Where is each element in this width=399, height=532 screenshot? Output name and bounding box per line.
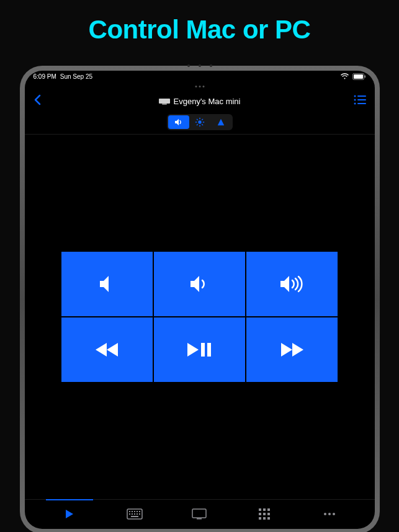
back-button[interactable] xyxy=(34,94,42,109)
svg-rect-30 xyxy=(139,513,140,515)
tablet-screen: 6:09 PM Sun Sep 25 Evgeny's Mac mini xyxy=(25,71,375,529)
svg-rect-19 xyxy=(207,343,211,357)
headline: Control Mac or PC xyxy=(0,0,399,45)
svg-rect-38 xyxy=(263,513,266,515)
speaker-dots xyxy=(187,64,212,67)
svg-rect-23 xyxy=(134,511,135,512)
svg-rect-24 xyxy=(137,511,138,512)
control-grid xyxy=(61,252,338,382)
nav-header: Evgeny's Mac mini xyxy=(25,91,375,112)
svg-rect-31 xyxy=(131,516,138,517)
play-pause-button[interactable] xyxy=(154,317,245,382)
svg-rect-27 xyxy=(132,513,133,515)
svg-line-16 xyxy=(197,125,197,125)
mac-mini-icon xyxy=(159,99,170,104)
multitask-dots xyxy=(195,86,204,87)
svg-rect-40 xyxy=(259,517,261,520)
status-date: Sun Sep 25 xyxy=(60,73,92,80)
tab-apps[interactable] xyxy=(252,505,277,523)
svg-point-5 xyxy=(354,99,356,101)
svg-rect-32 xyxy=(192,509,206,518)
svg-point-7 xyxy=(354,103,356,105)
svg-line-14 xyxy=(197,119,197,120)
rewind-button[interactable] xyxy=(61,317,153,382)
tab-bar xyxy=(25,499,375,529)
svg-rect-8 xyxy=(357,103,366,104)
svg-rect-39 xyxy=(267,513,270,515)
svg-point-9 xyxy=(198,120,201,123)
svg-rect-41 xyxy=(263,517,266,520)
svg-rect-18 xyxy=(201,343,205,357)
list-button[interactable] xyxy=(354,95,366,107)
svg-rect-33 xyxy=(197,518,202,520)
svg-point-45 xyxy=(333,513,335,515)
svg-rect-22 xyxy=(132,511,133,512)
svg-rect-36 xyxy=(267,508,270,511)
battery-icon xyxy=(352,73,366,80)
nav-title: Evgeny's Mac mini xyxy=(159,97,241,106)
status-bar: 6:09 PM Sun Sep 25 xyxy=(25,71,375,82)
svg-rect-29 xyxy=(137,513,138,515)
tab-media[interactable] xyxy=(57,505,82,523)
svg-point-3 xyxy=(354,95,356,97)
mute-button[interactable] xyxy=(61,252,153,316)
svg-line-15 xyxy=(202,125,202,125)
volume-up-button[interactable] xyxy=(246,252,338,316)
wifi-icon xyxy=(341,73,349,79)
svg-rect-28 xyxy=(134,513,135,515)
svg-rect-6 xyxy=(357,99,366,100)
svg-rect-26 xyxy=(129,513,130,515)
svg-point-44 xyxy=(328,513,331,515)
svg-rect-37 xyxy=(259,513,261,515)
main-area xyxy=(25,135,375,499)
svg-rect-2 xyxy=(364,75,365,78)
tab-keyboard[interactable] xyxy=(122,505,147,523)
svg-rect-25 xyxy=(139,511,140,512)
segment-brightness[interactable] xyxy=(189,115,210,129)
device-name: Evgeny's Mac mini xyxy=(174,97,241,106)
segment-navigation[interactable] xyxy=(210,115,231,129)
svg-point-43 xyxy=(324,513,326,515)
tab-screen[interactable] xyxy=(187,505,212,523)
segment-volume[interactable] xyxy=(168,115,189,129)
svg-rect-34 xyxy=(259,508,261,511)
svg-rect-42 xyxy=(267,517,270,520)
segmented-control-wrap xyxy=(25,112,375,135)
svg-line-17 xyxy=(202,119,202,120)
svg-rect-35 xyxy=(263,508,266,511)
tablet-frame: 6:09 PM Sun Sep 25 Evgeny's Mac mini xyxy=(20,66,380,532)
tab-more[interactable] xyxy=(317,505,342,523)
svg-rect-4 xyxy=(357,95,366,97)
svg-rect-1 xyxy=(354,74,363,79)
segmented-control xyxy=(167,114,233,130)
volume-down-button[interactable] xyxy=(154,252,245,316)
svg-rect-21 xyxy=(129,511,130,512)
fast-forward-button[interactable] xyxy=(246,317,338,382)
status-time: 6:09 PM xyxy=(34,73,56,80)
